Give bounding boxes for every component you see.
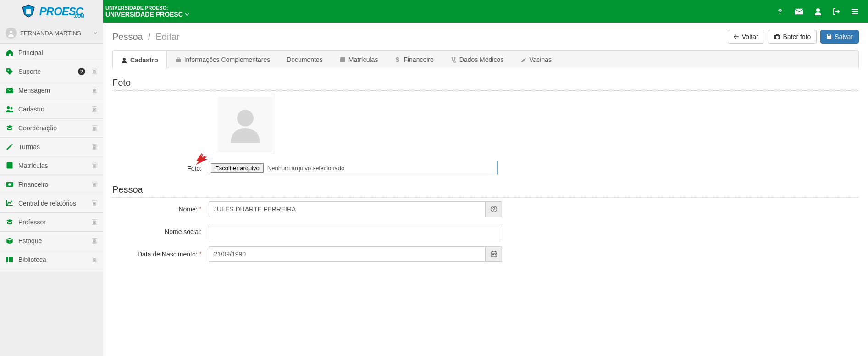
sidebar-item-label: Financeiro xyxy=(18,181,85,188)
logo-area[interactable]: PROESC.COM xyxy=(0,0,103,23)
sidebar-item-coordenação[interactable]: Coordenação⊞ xyxy=(0,119,103,138)
menu-icon[interactable] xyxy=(851,8,859,15)
sidebar-item-matrículas[interactable]: Matrículas⊞ xyxy=(0,156,103,175)
sidebar-item-label: Suporte xyxy=(18,68,73,75)
library-icon xyxy=(6,256,14,264)
svg-point-6 xyxy=(7,106,10,109)
file-status-text: Nenhum arquivo selecionado xyxy=(267,165,344,172)
tag-icon xyxy=(6,67,14,76)
briefcase-icon xyxy=(175,56,182,63)
dollar-icon: $ xyxy=(394,56,401,63)
envelope-icon[interactable] xyxy=(795,8,803,15)
svg-rect-11 xyxy=(6,257,8,262)
svg-point-17 xyxy=(123,58,126,61)
tabs: CadastroInformações ComplementaresDocume… xyxy=(112,50,859,68)
svg-rect-8 xyxy=(7,162,12,168)
sidebar-item-biblioteca[interactable]: Biblioteca⊞ xyxy=(0,250,103,269)
sidebar-item-financeiro[interactable]: Financeiro⊞ xyxy=(0,175,103,194)
org-label: UNIVERSIDADE PROESC: xyxy=(105,5,189,11)
back-button[interactable]: Voltar xyxy=(728,30,764,44)
sidebar-item-label: Matrículas xyxy=(18,162,85,169)
svg-point-3 xyxy=(10,31,12,33)
tab-label: Vacinas xyxy=(529,56,552,63)
syringe-icon xyxy=(520,56,526,63)
expand-icon: ⊞ xyxy=(92,69,97,74)
grad-icon xyxy=(6,124,14,132)
sidebar-item-cadastro[interactable]: Cadastro⊞ xyxy=(0,100,103,119)
money-icon xyxy=(6,180,14,189)
sidebar-user[interactable]: FERNANDA MARTINS xyxy=(0,23,103,44)
svg-text:?: ? xyxy=(778,8,782,15)
chevron-down-icon xyxy=(94,31,97,35)
take-photo-button[interactable]: Bater foto xyxy=(768,30,817,44)
nome-social-input[interactable] xyxy=(209,224,502,239)
svg-rect-16 xyxy=(776,34,779,35)
nome-input[interactable] xyxy=(209,201,486,217)
logo-text: PROESC.COM xyxy=(39,5,83,18)
expand-icon: ⊞ xyxy=(92,163,97,168)
svg-rect-13 xyxy=(11,257,13,262)
sidebar-item-suporte[interactable]: Suporte?⊞ xyxy=(0,62,103,81)
sidebar-item-central-de-relatórios[interactable]: Central de relatórios⊞ xyxy=(0,194,103,213)
svg-rect-12 xyxy=(9,257,11,262)
tab-informações-complementares[interactable]: Informações Complementares xyxy=(167,51,279,68)
sidebar-item-label: Turmas xyxy=(18,143,85,150)
file-input[interactable]: Escolher arquivo Nenhum arquivo selecion… xyxy=(209,161,498,175)
sidebar-item-label: Professor xyxy=(18,218,85,226)
tab-label: Financeiro xyxy=(404,56,433,63)
choose-file-button[interactable]: Escolher arquivo xyxy=(211,163,264,173)
dob-input[interactable] xyxy=(209,246,486,262)
expand-icon: ⊞ xyxy=(92,144,97,150)
chart-icon xyxy=(6,199,14,207)
org-selector[interactable]: UNIVERSIDADE PROESC xyxy=(105,11,189,18)
svg-point-7 xyxy=(11,107,13,110)
calendar-addon[interactable] xyxy=(486,246,502,262)
svg-point-24 xyxy=(454,61,456,63)
sidebar-item-label: Central de relatórios xyxy=(18,200,85,207)
svg-text:$: $ xyxy=(396,56,399,63)
svg-rect-35 xyxy=(492,254,493,255)
nome-social-label: Nome social: xyxy=(112,228,209,235)
svg-rect-1 xyxy=(795,9,803,15)
user-icon[interactable] xyxy=(815,8,821,15)
pointer-arrow-icon xyxy=(193,151,210,167)
expand-icon: ⊞ xyxy=(92,88,97,93)
sidebar-item-label: Principal xyxy=(18,49,97,56)
svg-rect-19 xyxy=(177,58,179,59)
tab-cadastro[interactable]: Cadastro xyxy=(113,51,167,68)
sidebar-item-professor[interactable]: Professor⊞ xyxy=(0,213,103,232)
svg-point-4 xyxy=(8,70,9,71)
tab-vacinas[interactable]: Vacinas xyxy=(512,51,560,68)
svg-text:?: ? xyxy=(492,207,495,212)
expand-icon: ⊞ xyxy=(92,219,97,225)
svg-rect-20 xyxy=(340,57,345,62)
tab-financeiro[interactable]: $Financeiro xyxy=(386,51,442,68)
tab-dados-médicos[interactable]: Dados Médicos xyxy=(442,51,512,68)
question-icon: ? xyxy=(491,206,497,212)
help-icon[interactable]: ? xyxy=(776,8,784,15)
tab-label: Informações Complementares xyxy=(184,56,271,63)
sidebar-item-turmas[interactable]: Turmas⊞ xyxy=(0,138,103,156)
section-title-pessoa: Pessoa xyxy=(112,184,859,198)
cube-icon xyxy=(6,237,14,245)
tab-label: Cadastro xyxy=(130,56,158,64)
sidebar-item-principal[interactable]: Principal xyxy=(0,44,103,62)
svg-point-2 xyxy=(816,8,820,12)
pencil-icon xyxy=(6,143,14,151)
breadcrumb: Pessoa / Editar xyxy=(112,32,180,42)
tab-matrículas[interactable]: Matrículas xyxy=(331,51,387,68)
tab-label: Documentos xyxy=(287,56,323,63)
camera-icon xyxy=(774,34,780,39)
expand-icon: ⊞ xyxy=(92,125,97,131)
svg-rect-5 xyxy=(6,88,13,93)
sidebar-item-mensagem[interactable]: Mensagem⊞ xyxy=(0,81,103,100)
save-button[interactable]: Salvar xyxy=(820,30,859,44)
svg-rect-36 xyxy=(493,254,494,255)
signout-icon[interactable] xyxy=(833,8,840,15)
sidebar-item-label: Estoque xyxy=(18,237,85,245)
tab-documentos[interactable]: Documentos xyxy=(278,51,331,68)
book-icon xyxy=(6,161,14,170)
nome-label: Nome: * xyxy=(112,206,209,213)
sidebar-item-estoque[interactable]: Estoque⊞ xyxy=(0,232,103,250)
help-addon[interactable]: ? xyxy=(486,201,502,217)
